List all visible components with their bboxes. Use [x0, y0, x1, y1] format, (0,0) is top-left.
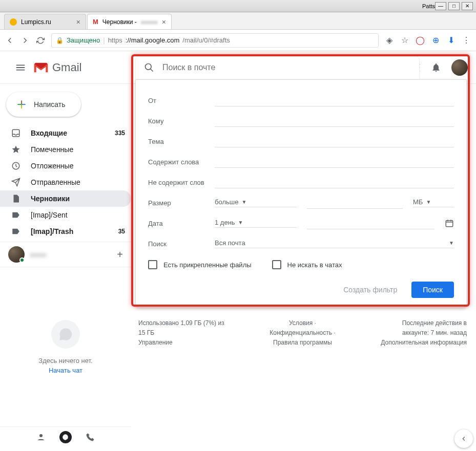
filter-from-input[interactable]	[215, 94, 454, 106]
filter-size-label: Размер	[148, 199, 215, 207]
presence-dot-icon	[19, 257, 25, 263]
hangouts-footer	[0, 426, 131, 447]
secure-label: Защищено	[67, 36, 100, 44]
footer-text: Последние действия в	[381, 318, 467, 328]
footer-storage: Использовано 1,09 ГБ (7%) из 15 ГБ Управ…	[138, 318, 224, 348]
filter-has-attachment-checkbox[interactable]: Есть прикрепленные файлы	[148, 260, 252, 269]
opera-icon[interactable]: ◯	[416, 36, 425, 45]
side-panel-toggle[interactable]	[454, 429, 473, 448]
filter-date-range-select[interactable]: 1 день▼	[215, 219, 297, 228]
back-button[interactable]	[5, 36, 14, 45]
star-icon	[11, 145, 22, 154]
extension-icon[interactable]: ⊕	[431, 36, 440, 45]
main-area: От Кому Тема Содержит слова Не содержит …	[131, 84, 476, 451]
svg-point-11	[39, 434, 43, 437]
tab-label: Черновики -	[102, 18, 137, 26]
nav-count: 335	[115, 130, 125, 137]
browser-tab-0[interactable]: Lumpics.ru ×	[4, 14, 86, 29]
window-minimize-button[interactable]: —	[435, 2, 446, 10]
nav-imap-sent[interactable]: [Imap]/Sent	[0, 207, 131, 223]
filter-notwords-input[interactable]	[215, 176, 454, 188]
filter-haswords-input[interactable]	[215, 156, 454, 168]
filter-size-unit-select[interactable]: МБ▼	[413, 198, 454, 207]
close-icon[interactable]: ×	[76, 18, 80, 26]
forward-button[interactable]	[20, 36, 30, 45]
window-maximize-button[interactable]: □	[448, 2, 460, 10]
footer-details-link[interactable]: Дополнительная информация	[381, 338, 467, 348]
filter-searchin-label: Поиск	[148, 240, 215, 248]
hangouts-calls-tab[interactable]	[84, 431, 96, 443]
search-filter-panel: От Кому Тема Содержит слова Не содержит …	[135, 79, 467, 308]
menu-icon[interactable]: ⋮	[462, 36, 471, 45]
compose-label: Написать	[34, 100, 65, 109]
hangouts-start-link[interactable]: Начать чат	[49, 367, 82, 374]
footer-manage-link[interactable]: Управление	[138, 338, 224, 348]
chevron-down-icon: ▼	[449, 240, 454, 246]
footer-activity: Последние действия в аккаунте: 7 мин. на…	[381, 318, 467, 348]
nav-snoozed[interactable]: Отложенные	[0, 158, 131, 174]
footer-privacy-link[interactable]: Конфиденциальность	[270, 329, 332, 336]
nav-inbox[interactable]: Входящие 335	[0, 125, 131, 141]
footer-terms-link[interactable]: Условия	[289, 319, 313, 327]
nav-sent[interactable]: Отправленные	[0, 174, 131, 190]
favicon-icon	[10, 18, 17, 26]
footer-text: 15 ГБ	[138, 328, 224, 338]
download-icon[interactable]: ⬇	[446, 36, 456, 45]
lock-icon: 🔒	[56, 37, 64, 44]
hangouts-chats-tab[interactable]	[59, 431, 72, 443]
window-close-button[interactable]: ✕	[462, 2, 473, 10]
url-host: ://mail.google.com	[126, 36, 180, 44]
select-value: больше	[215, 198, 238, 206]
file-icon	[11, 194, 22, 203]
reload-button[interactable]	[36, 36, 45, 45]
compose-button[interactable]: Написать	[6, 92, 81, 117]
search-button[interactable]: Поиск	[411, 282, 454, 298]
nav-list: Входящие 335 Помеченные Отложенные Отпра…	[0, 125, 131, 240]
filter-searchin-select[interactable]: Вся почта▼	[215, 239, 454, 248]
hangouts-contacts-tab[interactable]	[35, 431, 47, 443]
bookmark-icon[interactable]: ☆	[400, 36, 409, 45]
inbox-icon	[11, 128, 22, 138]
chevron-down-icon: ▼	[238, 220, 243, 225]
filter-date-input[interactable]	[307, 217, 434, 229]
profile-name-blurred: xxxxx	[30, 251, 47, 259]
nav-drafts[interactable]: Черновики	[0, 190, 131, 207]
select-value: Вся почта	[215, 239, 245, 247]
filter-size-op-select[interactable]: больше▼	[215, 198, 297, 207]
notifications-icon[interactable]	[431, 62, 441, 73]
nav-label: Входящие	[31, 129, 67, 137]
filter-to-input[interactable]	[215, 115, 454, 127]
filter-haswords-label: Содержит слова	[148, 158, 215, 166]
extension-icon[interactable]: ◈	[385, 36, 394, 45]
label-icon	[11, 227, 22, 236]
filter-subject-input[interactable]	[215, 135, 454, 147]
new-chat-button[interactable]: +	[117, 249, 123, 261]
filter-size-value-input[interactable]	[307, 197, 403, 209]
search-input[interactable]	[162, 63, 411, 72]
checkbox-icon	[272, 260, 281, 269]
footer-links: Условия · Конфиденциальность · Правила п…	[270, 318, 335, 348]
tab-label-blurred: xxxxxx	[141, 19, 158, 25]
address-bar[interactable]: 🔒 Защищено | https://mail.google.com/mai…	[51, 33, 379, 48]
nav-starred[interactable]: Помеченные	[0, 141, 131, 158]
label-icon	[11, 210, 22, 220]
account-avatar[interactable]	[451, 59, 468, 76]
browser-toolbar: 🔒 Защищено | https://mail.google.com/mai…	[0, 30, 476, 51]
create-filter-button[interactable]: Создать фильтр	[337, 282, 403, 298]
close-icon[interactable]: ×	[162, 18, 166, 26]
nav-label: [Imap]/Sent	[31, 211, 68, 219]
checkbox-label: Не искать в чатах	[287, 261, 342, 269]
filter-no-chats-checkbox[interactable]: Не искать в чатах	[272, 260, 342, 269]
gmail-logo[interactable]: Gmail	[33, 61, 81, 74]
search-bar[interactable]	[135, 56, 420, 79]
gmail-icon	[33, 61, 49, 74]
hangouts-empty-text: Здесь ничего нет.	[38, 357, 92, 364]
calendar-icon[interactable]	[445, 219, 454, 228]
nav-imap-trash[interactable]: [Imap]/Trash 35	[0, 223, 131, 240]
nav-count: 35	[118, 228, 125, 235]
mini-avatar[interactable]	[8, 246, 25, 263]
main-menu-button[interactable]	[8, 62, 33, 73]
browser-tab-1[interactable]: M Черновики - xxxxxx ×	[87, 14, 172, 29]
hangouts-icon	[51, 320, 80, 349]
footer-policies-link[interactable]: Правила программы	[270, 338, 335, 348]
